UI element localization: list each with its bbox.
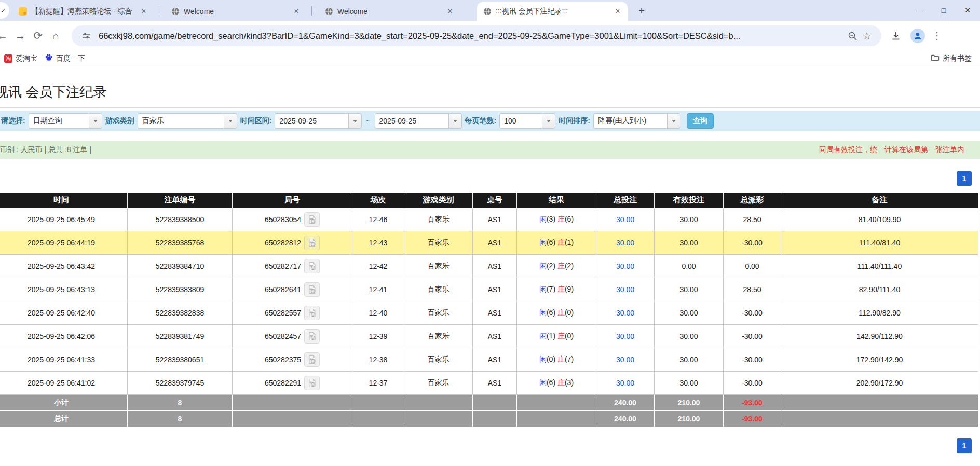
valid-bet-cell: 30.00 <box>655 301 724 324</box>
video-replay-icon[interactable] <box>304 282 320 297</box>
bookmark-baidu[interactable]: 百度一下 <box>45 53 85 63</box>
bookmark-taobao[interactable]: 淘 爱淘宝 <box>7 54 37 63</box>
bookmark-star-icon[interactable]: ☆ <box>860 29 874 43</box>
chevron-down-icon[interactable] <box>667 113 680 129</box>
result-player-count: (6) <box>547 308 557 317</box>
session-cell: 12-41 <box>352 278 404 301</box>
table-row: 2025-09-25 06:42:06522839381749650282457… <box>0 324 978 348</box>
address-bar[interactable]: 66cxkj98.com/game/betrecord_search/kind3… <box>72 25 881 46</box>
column-header: 总投注 <box>596 193 655 208</box>
baidu-paw-icon <box>45 53 53 63</box>
tab-close-icon[interactable]: × <box>139 7 148 16</box>
pagination-button-bottom[interactable]: 1 <box>957 438 972 453</box>
column-header: 总派彩 <box>724 193 781 208</box>
total-bet-link[interactable]: 30.00 <box>616 285 634 294</box>
zoom-out-icon[interactable] <box>845 29 860 43</box>
total-bet-link[interactable]: 30.00 <box>616 309 634 317</box>
chevron-down-icon[interactable] <box>348 113 362 129</box>
tab-close-icon[interactable]: × <box>292 7 301 16</box>
table-row: 2025-09-25 06:44:19522839385768650282812… <box>0 231 978 254</box>
minimize-button[interactable]: — <box>915 6 925 15</box>
game-type-label: 游戏类别 <box>105 116 134 126</box>
filter-bar: 请选择: 日期查询 游戏类别 百家乐 时间区间: 2025-09-25 ~ 20… <box>0 111 980 131</box>
note-cell: 112.90/82.90 <box>781 301 978 324</box>
page-size-value[interactable]: 100 <box>499 113 542 129</box>
round-id-text: 650282457 <box>265 332 301 340</box>
valid-bet-cell: 30.00 <box>655 231 724 254</box>
chevron-down-icon[interactable] <box>89 113 102 129</box>
tab-welcome-1[interactable]: Welcome × <box>165 2 306 21</box>
table-row: 2025-09-25 06:43:42522839384710650282717… <box>0 254 978 278</box>
total-bet-link[interactable]: 30.00 <box>616 239 634 247</box>
sort-value[interactable]: 降幂(由大到小) <box>593 113 667 129</box>
result-banker-count: (0) <box>565 308 574 317</box>
total-bet-link[interactable]: 30.00 <box>616 262 634 270</box>
column-header: 游戏类别 <box>404 193 473 208</box>
url-text[interactable]: 66cxkj98.com/game/betrecord_search/kind3… <box>99 31 845 41</box>
home-button[interactable]: ⌂ <box>47 27 64 45</box>
round-id-text: 650282641 <box>265 285 301 294</box>
chevron-down-icon[interactable] <box>542 113 555 129</box>
pagination-button-top[interactable]: 1 <box>957 171 972 186</box>
total-bet-link[interactable]: 30.00 <box>616 332 634 340</box>
time-cell: 2025-09-25 06:43:42 <box>0 254 128 278</box>
video-replay-icon[interactable] <box>304 306 320 320</box>
date-start-value[interactable]: 2025-09-25 <box>275 113 348 129</box>
maximize-button[interactable]: □ <box>938 6 949 15</box>
payout-cell: 28.50 <box>724 278 781 301</box>
note-cell: 111.40/81.40 <box>781 231 978 254</box>
all-bookmarks[interactable]: 所有书签 <box>931 54 972 63</box>
round-id-cell: 650282812 <box>233 231 352 254</box>
video-replay-icon[interactable] <box>304 212 320 227</box>
forward-button[interactable]: → <box>11 27 29 45</box>
result-banker-count: (9) <box>565 285 574 293</box>
tab-forum[interactable]: 【新提醒】海燕策略论坛 - 综合 × <box>12 2 154 21</box>
query-type-combobox: 日期查询 <box>29 113 102 129</box>
tab-welcome-2[interactable]: Welcome × <box>319 2 460 21</box>
back-button[interactable]: ← <box>0 27 11 45</box>
menu-kebab-icon[interactable]: ⋮ <box>932 30 941 42</box>
total-bet-cell: 30.00 <box>596 324 655 348</box>
download-icon[interactable] <box>889 29 903 43</box>
new-tab-button[interactable]: + <box>634 4 649 19</box>
total-bet-cell: 30.00 <box>596 371 655 394</box>
tab-close-icon[interactable]: × <box>445 7 455 16</box>
video-replay-icon[interactable] <box>304 376 320 390</box>
globe-favicon <box>171 7 180 16</box>
tab-close-icon[interactable]: × <box>613 7 622 16</box>
video-replay-icon[interactable] <box>304 329 320 344</box>
profile-avatar[interactable] <box>910 29 925 43</box>
date-end-value[interactable]: 2025-09-25 <box>375 113 448 129</box>
bet-id-cell: 522839380651 <box>128 348 233 371</box>
tab-bet-records-active[interactable]: :::视讯 会员下注纪录::: × <box>477 2 628 21</box>
video-replay-icon[interactable] <box>304 352 320 367</box>
result-banker-label: 庄 <box>557 238 565 246</box>
globe-favicon <box>325 7 333 16</box>
chevron-down-icon[interactable] <box>224 113 237 129</box>
result-player-count: (6) <box>547 378 557 387</box>
tab-separator <box>159 6 159 16</box>
total-bet-link[interactable]: 30.00 <box>616 355 634 364</box>
table-row: 2025-09-25 06:43:13522839383809650282641… <box>0 278 978 301</box>
footer-total-bet-cell: 240.00 <box>596 394 655 410</box>
game-type-value[interactable]: 百家乐 <box>138 113 224 129</box>
summary-bar: 币别 : 人民币 | 总共 :8 注单 | 同局有效投注，统一计算在该局第一张注… <box>0 141 980 159</box>
query-type-value[interactable]: 日期查询 <box>29 113 89 129</box>
window-edge-pill[interactable]: ✓ <box>0 2 9 19</box>
chevron-down-icon[interactable] <box>448 113 462 129</box>
bet-id-cell: 522839382838 <box>128 301 233 324</box>
site-info-icon[interactable] <box>79 29 93 43</box>
close-button[interactable]: ✕ <box>962 6 973 15</box>
tab-strip: ✓ 【新提醒】海燕策略论坛 - 综合 × Welcome × Welcome × <box>0 0 980 21</box>
subtotal-row: 小计8240.00210.00-93.00 <box>0 394 978 410</box>
result-player-label: 闲 <box>539 355 547 363</box>
total-bet-cell: 30.00 <box>596 231 655 254</box>
column-header: 场次 <box>352 193 404 208</box>
video-replay-icon[interactable] <box>304 259 320 273</box>
search-button[interactable]: 查询 <box>687 113 714 129</box>
total-bet-link[interactable]: 30.00 <box>616 215 634 224</box>
footer-valid-bet-cell: 210.00 <box>655 410 724 427</box>
total-bet-link[interactable]: 30.00 <box>616 379 634 387</box>
reload-button[interactable]: ⟳ <box>29 27 47 45</box>
video-replay-icon[interactable] <box>304 236 320 250</box>
